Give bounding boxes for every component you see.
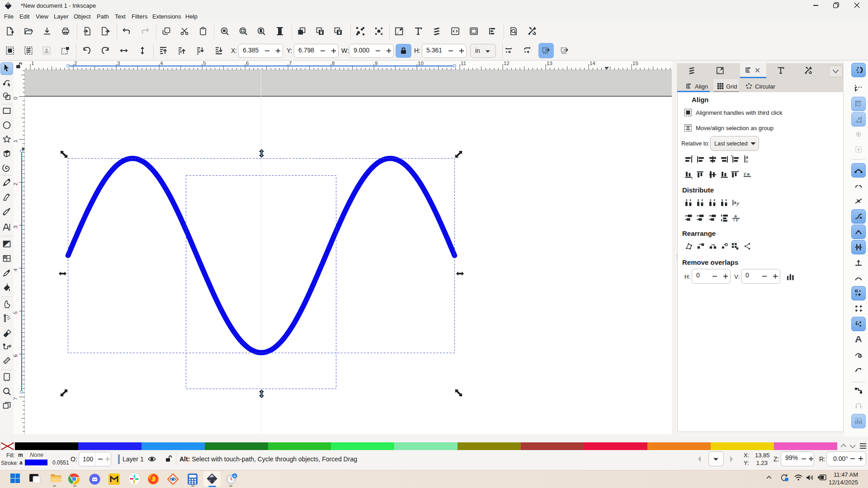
svg-text:0: 0	[14, 97, 18, 99]
svg-text:a: a	[747, 171, 750, 176]
svg-text:7: 7	[14, 397, 18, 400]
svg-text:y: y	[744, 171, 746, 176]
svg-text:I: I	[733, 217, 735, 222]
svg-text:11: 11	[461, 61, 466, 66]
svg-text:1: 1	[31, 61, 34, 66]
svg-text:a: a	[734, 200, 736, 205]
svg-text:y: y	[735, 217, 738, 222]
svg-text:5: 5	[14, 311, 18, 314]
svg-text:3: 3	[14, 225, 18, 228]
svg-text:6: 6	[14, 354, 18, 357]
svg-text:15: 15	[632, 61, 638, 66]
svg-text:1: 1	[14, 140, 18, 142]
svg-text:12: 12	[504, 61, 509, 66]
svg-text:2: 2	[14, 183, 18, 185]
svg-text:14: 14	[590, 61, 595, 66]
svg-text:4: 4	[14, 268, 18, 271]
svg-text:13: 13	[547, 61, 552, 66]
svg-text:y: y	[736, 201, 740, 206]
